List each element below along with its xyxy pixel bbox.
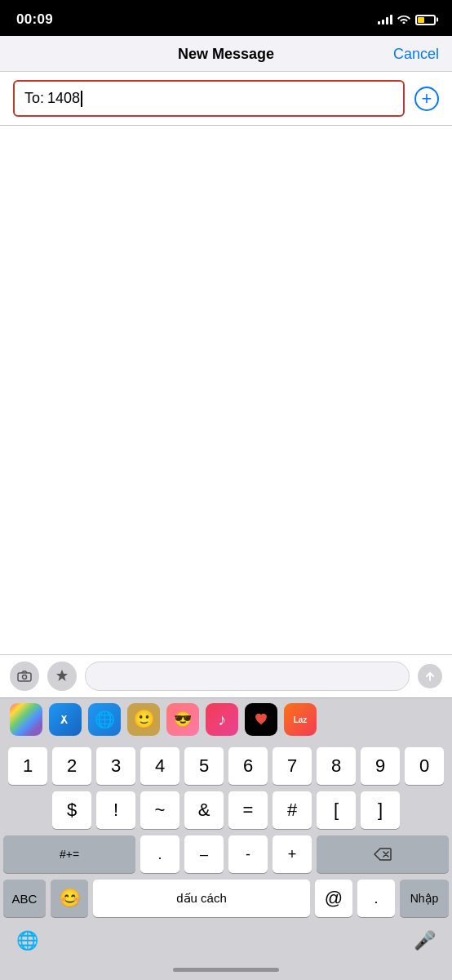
content-area: New Message Cancel To: 1408 + bbox=[0, 36, 452, 741]
key-numpad-toggle[interactable]: #+= bbox=[3, 835, 135, 873]
signal-bar-2 bbox=[382, 20, 384, 24]
to-field-row: To: 1408 + bbox=[0, 72, 452, 126]
key-5[interactable]: 5 bbox=[184, 747, 224, 785]
key-0[interactable]: 0 bbox=[405, 747, 444, 785]
key-exclamation[interactable]: ! bbox=[96, 791, 135, 829]
appstore-button[interactable] bbox=[47, 662, 77, 691]
camera-button[interactable] bbox=[10, 662, 39, 691]
key-dollar[interactable]: $ bbox=[52, 791, 91, 829]
signal-bar-3 bbox=[386, 17, 388, 24]
key-8[interactable]: 8 bbox=[317, 747, 356, 785]
keyboard-row-misc: #+= . – - + bbox=[0, 835, 452, 873]
screen: 00:09 New Message C bbox=[0, 0, 452, 980]
signal-bars-icon bbox=[378, 15, 392, 24]
app-shortcut-animoji[interactable]: 😎 bbox=[166, 703, 199, 736]
key-em-dash[interactable]: – bbox=[184, 835, 224, 873]
key-1[interactable]: 1 bbox=[8, 747, 47, 785]
key-emoji[interactable]: 😊 bbox=[51, 880, 88, 917]
key-abc[interactable]: ABC bbox=[3, 880, 46, 917]
key-hyphen[interactable]: - bbox=[228, 835, 268, 873]
nav-bar: New Message Cancel bbox=[0, 36, 452, 72]
globe-icon[interactable]: 🌐 bbox=[16, 930, 38, 951]
status-time: 00:09 bbox=[16, 11, 53, 28]
send-button[interactable] bbox=[418, 664, 442, 688]
key-6[interactable]: 6 bbox=[228, 747, 268, 785]
key-bracket-open[interactable]: [ bbox=[317, 791, 356, 829]
signal-bar-4 bbox=[390, 15, 392, 24]
key-dot-row4[interactable]: . bbox=[357, 880, 395, 917]
key-period[interactable]: . bbox=[140, 835, 179, 873]
key-enter[interactable]: Nhập bbox=[400, 880, 449, 917]
message-toolbar bbox=[0, 654, 452, 697]
signal-bar-1 bbox=[378, 21, 380, 24]
key-bracket-close[interactable]: ] bbox=[361, 791, 400, 829]
svg-point-1 bbox=[23, 675, 27, 679]
cancel-button[interactable]: Cancel bbox=[393, 46, 439, 63]
key-2[interactable]: 2 bbox=[52, 747, 91, 785]
svg-rect-0 bbox=[18, 673, 31, 681]
key-7[interactable]: 7 bbox=[273, 747, 312, 785]
text-cursor bbox=[81, 91, 82, 107]
home-indicator bbox=[173, 968, 279, 972]
battery-icon bbox=[415, 15, 436, 25]
keyboard-row-numbers: 1 2 3 4 5 6 7 8 9 0 bbox=[0, 747, 452, 785]
app-shortcut-appstore[interactable] bbox=[49, 703, 82, 736]
message-body-area[interactable] bbox=[0, 126, 452, 654]
keyboard-row-bottom: ABC 😊 dấu cách @ . Nhập bbox=[0, 880, 452, 917]
app-shortcut-photos[interactable] bbox=[10, 703, 42, 736]
key-ampersand[interactable]: & bbox=[184, 791, 224, 829]
key-plus[interactable]: + bbox=[273, 835, 312, 873]
keyboard: 1 2 3 4 5 6 7 8 9 0 $ ! ~ & = # [ ] #+= … bbox=[0, 741, 452, 980]
key-space[interactable]: dấu cách bbox=[93, 880, 310, 917]
keyboard-bottom-bar: 🌐 🎤 bbox=[0, 924, 452, 964]
to-field-box[interactable]: To: 1408 bbox=[13, 80, 405, 117]
app-shortcut-heart[interactable] bbox=[245, 703, 277, 736]
key-equals[interactable]: = bbox=[228, 791, 268, 829]
battery-fill bbox=[418, 17, 424, 23]
home-indicator-area bbox=[0, 964, 452, 980]
keyboard-row-symbols: $ ! ~ & = # [ ] bbox=[0, 791, 452, 829]
app-shortcut-music[interactable]: ♪ bbox=[206, 703, 238, 736]
key-hash[interactable]: # bbox=[273, 791, 312, 829]
nav-title: New Message bbox=[178, 46, 274, 63]
status-icons bbox=[378, 14, 436, 26]
key-at[interactable]: @ bbox=[315, 880, 352, 917]
to-value: 1408 bbox=[47, 90, 80, 107]
app-shortcut-memoji[interactable]: 🙂 bbox=[127, 703, 160, 736]
message-input[interactable] bbox=[85, 662, 410, 691]
wifi-icon bbox=[397, 14, 410, 26]
key-9[interactable]: 9 bbox=[361, 747, 400, 785]
app-shortcut-web[interactable]: 🌐 bbox=[88, 703, 121, 736]
key-3[interactable]: 3 bbox=[96, 747, 135, 785]
delete-key[interactable] bbox=[317, 835, 449, 873]
add-recipient-button[interactable]: + bbox=[414, 87, 439, 111]
to-label: To: bbox=[24, 90, 44, 107]
mic-icon[interactable]: 🎤 bbox=[414, 930, 436, 951]
app-shortcut-lazada[interactable]: Laz bbox=[284, 703, 317, 736]
key-4[interactable]: 4 bbox=[140, 747, 179, 785]
status-bar: 00:09 bbox=[0, 0, 452, 36]
key-tilde[interactable]: ~ bbox=[140, 791, 179, 829]
app-shortcuts-row: 🌐 🙂 😎 ♪ Laz bbox=[0, 697, 452, 741]
